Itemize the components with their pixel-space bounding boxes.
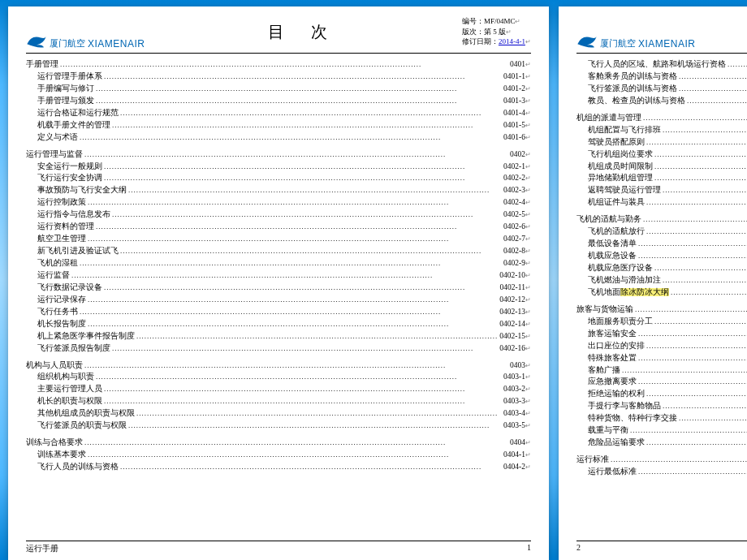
toc-label: 机载手册文件的管理	[26, 119, 110, 131]
toc-leader	[645, 389, 747, 400]
toc-leader	[78, 132, 503, 144]
toc-leader	[119, 462, 503, 473]
toc-entry: 驾驶员搭配原则0405-2↵	[576, 136, 747, 149]
toc-title: 目 次	[695, 15, 747, 43]
toc-label: 飞行数据记录设备	[26, 282, 102, 294]
toc-entry: 飞机的适航与勤务0406↵	[576, 213, 747, 226]
brand-cn: 厦门航空	[600, 37, 636, 50]
toc-entry: 飞行运行安全协调0402-2↵	[26, 172, 531, 184]
toc-page: 0401-5↵	[503, 119, 531, 131]
toc-label: 最低设备清单	[576, 238, 637, 250]
toc-page: 0402-9↵	[503, 257, 531, 269]
toc-page: 0402-15↵	[499, 330, 531, 342]
toc-entry: 手册编写与修订0401-2↵	[26, 83, 531, 95]
toc-label: 机长的职责与权限	[26, 395, 102, 407]
toc-entry: 运行管理手册体系0401-1↵	[26, 71, 531, 83]
toc-leader	[102, 71, 503, 83]
toc-leader	[641, 113, 747, 124]
toc-entry: 飞行数据记录设备0402-11↵	[26, 282, 531, 294]
brand-en: XIAMENAIR	[638, 38, 696, 50]
toc-page: 0401-4↵	[503, 107, 531, 119]
toc-entry: 机组成员时间限制0405-4↵	[576, 161, 747, 173]
toc-leader	[677, 71, 747, 83]
brand-en: XIAMENAIR	[88, 38, 145, 50]
toc-entry: 航空卫生管理0402-7↵	[26, 233, 531, 245]
toc-leader	[102, 384, 503, 395]
toc-leader	[86, 450, 503, 461]
toc-label: 返聘驾驶员运行管理	[576, 184, 661, 196]
toc-label: 教员、检查员的训练与资格	[576, 95, 685, 107]
toc-leader	[653, 149, 747, 161]
toc-leader	[86, 295, 499, 306]
page-spread: 厦门航空 XIAMENAIR 目 次 编号：MF/04MC↵ 版次：第 5 版↵…	[0, 0, 747, 560]
toc-entry: 训练与合格要求0404↵	[26, 437, 531, 449]
toc-label: 事故预防与飞行安全大纲	[26, 184, 127, 196]
toc-leader	[645, 341, 747, 352]
toc-entry: 运行监督0402-10↵	[26, 269, 531, 282]
toc-page: 0402↵	[510, 149, 531, 161]
toc-page: 0403↵	[510, 360, 531, 372]
doc-meta: 编号：MF/04MC↵ 版次：第 5 版↵ 修订日期：2014-4-1↵	[462, 15, 531, 47]
toc-leader	[94, 222, 503, 233]
toc-label: 定义与术语	[26, 131, 78, 144]
toc-page: 0401-3↵	[503, 95, 531, 107]
toc-leader	[685, 96, 747, 107]
toc-leader	[609, 454, 747, 466]
toc-label: 飞行签派员的训练与资格	[576, 83, 677, 95]
toc-entry: 应急撤离要求0407-6↵	[576, 376, 747, 388]
toc-page: 0402-13↵	[499, 306, 531, 318]
toc-leader	[102, 396, 503, 407]
toc-leader	[127, 185, 503, 196]
toc-leader	[661, 185, 747, 196]
toc-label: 飞机燃油与滑油加注	[576, 274, 661, 286]
toc-label: 飞行机组岗位要求	[576, 149, 653, 161]
toc-entry: 机上紧急医学事件报告制度0402-15↵	[26, 330, 531, 342]
toc-page: 0402-4↵	[503, 196, 531, 209]
toc-label: 机长报告制度	[26, 318, 86, 330]
toc-entry: 运行合格证和运行规范0401-4↵	[26, 107, 531, 119]
toc-label: 飞机地面除冰防冰大纲	[576, 286, 669, 299]
toc-label: 主要运行管理人员	[26, 383, 102, 395]
toc-entry: 新飞机引进及验证试飞0402-8↵	[26, 245, 531, 257]
toc-entry: 飞机的湿租0402-9↵	[26, 257, 531, 269]
toc-leader	[653, 263, 747, 274]
toc-label: 飞机的适航与勤务	[576, 213, 641, 226]
toc-page: 0402-7↵	[503, 233, 531, 245]
toc-page: 0404↵	[510, 437, 531, 449]
toc-label: 应急撤离要求	[576, 376, 637, 388]
toc-leader	[637, 377, 747, 388]
toc-leader	[637, 353, 747, 364]
toc-entry: 旅客运输安全0407-2↵	[576, 328, 747, 340]
toc-body-left: 手册管理0401↵运行管理手册体系0401-1↵手册编写与修订0401-2↵手册…	[26, 58, 531, 541]
page-right: 厦门航空 XIAMENAIR 目 次 编号：MF/04MC↵ 版次：第 5 版↵…	[559, 6, 747, 560]
toc-entry: 载重与平衡0407-10↵	[576, 424, 747, 437]
toc-leader	[641, 214, 747, 226]
toc-label: 飞行签派员的职责与权限	[26, 420, 127, 432]
bird-icon	[26, 33, 47, 50]
toc-page: 0402-16↵	[499, 342, 531, 355]
toc-page: 0402-10↵	[499, 269, 531, 282]
toc-entry: 飞行签派员的训练与资格0404-5↵	[576, 83, 747, 95]
toc-page: 0401-1↵	[503, 71, 531, 83]
toc-entry: 手提行李与客舱物品0407-8↵	[576, 400, 747, 412]
toc-label: 航空卫生管理	[26, 233, 86, 245]
toc-entry: 运行管理与监督0402↵	[26, 149, 531, 161]
toc-label: 运行合格证和运行规范	[26, 107, 119, 119]
toc-entry: 飞行机组岗位要求0405-3↵	[576, 149, 747, 161]
toc-entry: 机组的派遣与管理0405↵	[576, 112, 747, 124]
toc-page: 0403-1↵	[503, 371, 531, 383]
toc-page: 0401-2↵	[503, 83, 531, 95]
toc-entry: 客舱乘务员的训练与资格0404-4↵	[576, 71, 747, 83]
bird-icon	[576, 33, 598, 50]
toc-page: 0404-1↵	[503, 449, 531, 461]
toc-label: 机组证件与装具	[576, 196, 645, 209]
toc-label: 旅客运输安全	[576, 328, 637, 340]
toc-leader	[94, 372, 503, 383]
page-header: 厦门航空 XIAMENAIR 目 次 编号：MF/04MC↵ 版次：第 5 版↵…	[26, 15, 531, 54]
toc-entry: 机载手册文件的管理0401-5↵	[26, 119, 531, 131]
toc-label: 拒绝运输的权利	[576, 388, 645, 400]
toc-entry: 旅客与货物运输0407↵	[576, 304, 747, 316]
toc-leader	[653, 317, 747, 328]
toc-leader	[645, 437, 747, 449]
toc-label: 地面服务职责分工	[576, 316, 653, 328]
